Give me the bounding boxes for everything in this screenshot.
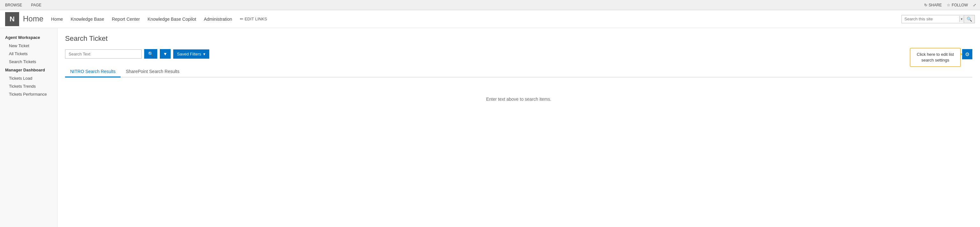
search-icon: 🔍 — [148, 51, 153, 56]
content-area: Search Ticket 🔍 ▼ Saved Filters ▾ Click … — [57, 28, 980, 227]
sidebar-item-tickets-trends[interactable]: Tickets Trends — [0, 82, 57, 90]
sidebar-item-tickets-performance[interactable]: Tickets Performance — [0, 90, 57, 98]
focus-action[interactable]: ⤢ — [973, 3, 976, 7]
ribbon: BROWSE PAGE ↻ SHARE ☆ FOLLOW ⤢ — [0, 0, 980, 10]
header: N Home Home Knowledge Base Report Center… — [0, 10, 980, 28]
search-text-input[interactable] — [65, 49, 142, 59]
ribbon-tab-page[interactable]: PAGE — [30, 2, 43, 8]
sidebar-section-manager-dashboard[interactable]: Manager Dashboard — [0, 66, 57, 74]
share-icon: ↻ — [924, 3, 928, 7]
edit-links-button[interactable]: ✏ EDIT LINKS — [240, 17, 267, 21]
nav-links: Home Knowledge Base Report Center Knowle… — [51, 17, 902, 22]
nav-link-home[interactable]: Home — [51, 17, 63, 22]
tabs-row: NITRO Search Results SharePoint Search R… — [65, 66, 972, 78]
site-search-box: ▾ 🔍 — [902, 15, 975, 23]
search-button[interactable]: 🔍 — [144, 49, 157, 59]
follow-action[interactable]: ☆ FOLLOW — [947, 3, 968, 7]
saved-filters-chevron-icon: ▾ — [203, 52, 205, 56]
gear-icon: ⚙ — [965, 51, 969, 57]
empty-state-message: Enter text above to search items. — [65, 84, 972, 114]
focus-icon: ⤢ — [973, 3, 976, 7]
tab-sharepoint-results[interactable]: SharePoint Search Results — [121, 66, 185, 78]
share-label: SHARE — [929, 3, 942, 7]
page-heading: Search Ticket — [65, 35, 972, 43]
filter-icon: ▼ — [163, 51, 167, 56]
sidebar-item-all-tickets[interactable]: All Tickets — [0, 50, 57, 58]
tooltip-callout: Click here to edit list search settings — [910, 48, 961, 67]
site-search-input[interactable] — [902, 15, 959, 23]
site-title: Home — [23, 14, 43, 24]
edit-links-label: EDIT LINKS — [245, 17, 267, 21]
follow-icon: ☆ — [947, 3, 950, 7]
nav-link-administration[interactable]: Administration — [204, 17, 232, 22]
sidebar-item-search-tickets[interactable]: Search Tickets — [0, 58, 57, 66]
filter-button[interactable]: ▼ — [160, 49, 171, 59]
tooltip-text: Click here to edit list search settings — [917, 52, 954, 62]
saved-filters-button[interactable]: Saved Filters ▾ — [173, 49, 209, 59]
nav-link-report-center[interactable]: Report Center — [111, 17, 140, 22]
pencil-icon: ✏ — [240, 17, 243, 21]
site-search-button[interactable]: 🔍 — [964, 15, 975, 23]
site-search-dropdown[interactable]: ▾ — [959, 16, 964, 22]
saved-filters-label: Saved Filters — [177, 52, 201, 56]
ribbon-tab-browse[interactable]: BROWSE — [4, 2, 23, 8]
site-title-area: Home — [23, 14, 43, 24]
share-action[interactable]: ↻ SHARE — [924, 3, 942, 7]
follow-label: FOLLOW — [951, 3, 968, 7]
empty-state-text: Enter text above to search items. — [486, 97, 552, 102]
main-layout: Agent Workspace New Ticket All Tickets S… — [0, 28, 980, 227]
sidebar-item-tickets-load[interactable]: Tickets Load — [0, 74, 57, 82]
nav-link-knowledge-base[interactable]: Knowledge Base — [70, 17, 104, 22]
ribbon-actions: ↻ SHARE ☆ FOLLOW ⤢ — [924, 3, 976, 7]
tab-nitro-results[interactable]: NITRO Search Results — [65, 66, 121, 78]
ribbon-tabs: BROWSE PAGE — [4, 2, 43, 8]
search-bar-row: 🔍 ▼ Saved Filters ▾ Click here to edit l… — [65, 49, 972, 59]
site-logo: N — [5, 12, 19, 26]
nav-link-knowledge-base-copilot[interactable]: Knowledge Base Copilot — [147, 17, 196, 22]
sidebar: Agent Workspace New Ticket All Tickets S… — [0, 28, 57, 227]
sidebar-item-new-ticket[interactable]: New Ticket — [0, 42, 57, 50]
sidebar-section-agent-workspace[interactable]: Agent Workspace — [0, 33, 57, 42]
